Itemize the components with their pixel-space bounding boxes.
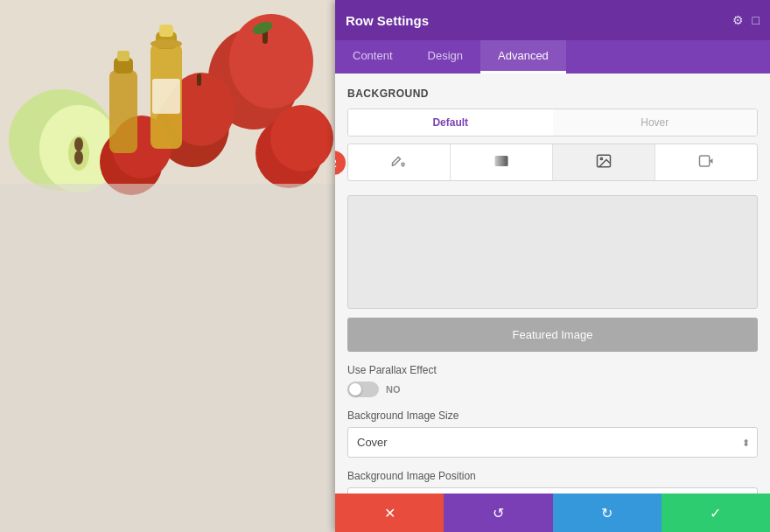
svg-rect-26	[0, 184, 335, 532]
image-position-label: Background Image Position	[347, 470, 758, 482]
header-icons: ⚙ □	[732, 13, 760, 27]
settings-panel: Row Settings ⚙ □ Content Design Advanced…	[335, 0, 770, 532]
sub-tab-default[interactable]: Default	[348, 109, 553, 136]
sub-tab-bar: Default Hover	[347, 108, 758, 136]
parallax-setting: Use Parallax Effect NO	[347, 364, 758, 397]
image-position-select[interactable]: Center Top Left Top Center Top Right Bot…	[348, 488, 757, 494]
tab-design[interactable]: Design	[410, 40, 480, 74]
tab-advanced[interactable]: Advanced	[480, 40, 566, 74]
svg-rect-27	[495, 156, 508, 166]
svg-rect-23	[109, 70, 137, 153]
panel-footer: ✕ ↺ ↻ ✓	[335, 494, 770, 532]
reset-icon: ↺	[493, 505, 504, 522]
settings-icon[interactable]: ⚙	[732, 13, 744, 27]
toggle-knob	[349, 383, 361, 396]
svg-point-21	[150, 39, 182, 48]
expand-icon[interactable]: □	[752, 13, 760, 27]
image-size-label: Background Image Size	[347, 410, 758, 422]
svg-point-10	[74, 150, 83, 164]
bg-type-video[interactable]	[655, 144, 757, 180]
tab-content[interactable]: Content	[335, 40, 410, 74]
parallax-toggle-value: NO	[386, 384, 401, 395]
image-position-select-wrapper: Center Top Left Top Center Top Right Bot…	[347, 487, 758, 494]
svg-point-9	[74, 137, 83, 151]
svg-rect-20	[159, 24, 173, 37]
bg-type-gradient[interactable]	[451, 144, 553, 180]
svg-point-29	[600, 158, 602, 159]
parallax-toggle[interactable]	[347, 382, 379, 397]
image-size-select-wrapper: Cover Contain Stretch Actual Size Custom…	[347, 427, 758, 458]
bg-type-container: 2	[347, 144, 758, 181]
svg-rect-13	[197, 74, 201, 86]
reset-button[interactable]: ↺	[444, 494, 552, 532]
background-label: Background	[347, 88, 758, 100]
cancel-icon: ✕	[384, 505, 396, 522]
sub-tab-hover[interactable]: Hover	[553, 109, 758, 136]
panel-title: Row Settings	[346, 13, 429, 28]
background-type-buttons	[347, 144, 758, 181]
panel-header: Row Settings ⚙ □	[335, 0, 770, 40]
svg-rect-30	[700, 156, 710, 166]
featured-image-button[interactable]: Featured Image	[347, 318, 758, 352]
parallax-label: Use Parallax Effect	[347, 364, 758, 376]
tab-bar: Content Design Advanced	[335, 40, 770, 74]
save-button[interactable]: ✓	[662, 494, 770, 532]
image-position-setting: Background Image Position Center Top Lef…	[347, 470, 758, 494]
canvas-background	[0, 0, 335, 532]
undo-button[interactable]: ↻	[553, 494, 662, 532]
svg-rect-25	[117, 51, 130, 61]
undo-icon: ↻	[601, 505, 612, 522]
panel-content-area: 1 Background Default Hover 2	[335, 74, 770, 494]
save-icon: ✓	[710, 505, 721, 522]
image-size-select[interactable]: Cover Contain Stretch Actual Size Custom…	[348, 428, 757, 457]
bg-type-image[interactable]	[553, 144, 655, 180]
parallax-toggle-row: NO	[347, 382, 758, 397]
bg-type-color[interactable]	[348, 144, 451, 180]
image-drop-area[interactable]	[347, 195, 758, 309]
image-size-setting: Background Image Size Cover Contain Stre…	[347, 410, 758, 458]
cancel-button[interactable]: ✕	[335, 494, 444, 532]
annotation-badge-2: 2	[335, 150, 346, 175]
background-section: 1 Background Default Hover 2	[347, 88, 758, 494]
svg-point-15	[270, 105, 333, 172]
svg-rect-22	[152, 79, 180, 114]
